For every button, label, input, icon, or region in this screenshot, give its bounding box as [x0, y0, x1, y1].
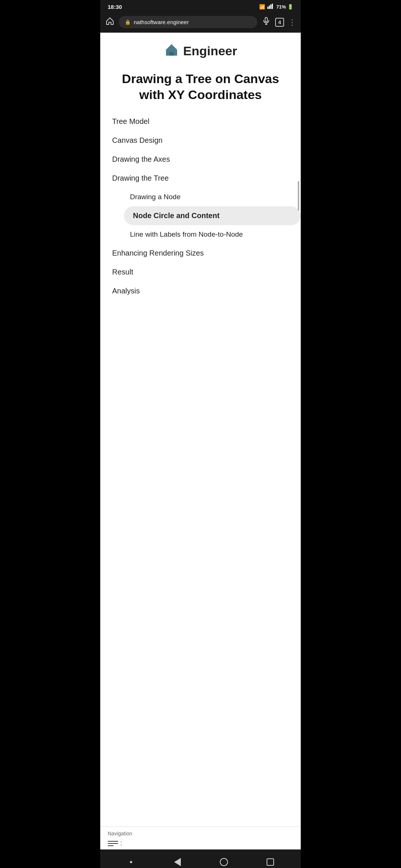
nav-menu-button[interactable]: :: [108, 839, 293, 847]
toc-item-drawing-node[interactable]: Drawing a Node: [112, 188, 289, 206]
toc-item-line-labels[interactable]: Line with Labels from Node-to-Node: [112, 225, 289, 244]
nav-label: Navigation: [108, 831, 293, 836]
toc-item-canvas-design[interactable]: Canvas Design: [112, 131, 289, 150]
svg-rect-3: [272, 4, 273, 9]
status-bar: 18:30 📶 71% 🔋: [100, 0, 301, 13]
lock-icon: 🔒: [125, 19, 131, 25]
toc-item-result[interactable]: Result: [112, 263, 289, 282]
back-button[interactable]: [124, 855, 138, 868]
hamburger-icon: [108, 841, 118, 846]
nav-bar: Navigation :: [100, 826, 301, 849]
toc-item-drawing-axes[interactable]: Drawing the Axes: [112, 150, 289, 169]
toc-item-tree-model[interactable]: Tree Model: [112, 112, 289, 131]
article-title: Drawing a Tree on Canvas with XY Coordin…: [100, 60, 301, 106]
recents-square-icon: [267, 858, 274, 866]
toc-list: Tree Model Canvas Design Drawing the Axe…: [100, 106, 301, 306]
toc-item-drawing-tree[interactable]: Drawing the Tree: [112, 169, 289, 188]
site-logo-icon: [164, 42, 179, 60]
svg-rect-4: [265, 17, 267, 22]
time: 18:30: [108, 4, 122, 10]
svg-rect-2: [270, 4, 271, 9]
toc-item-analysis[interactable]: Analysis: [112, 282, 289, 300]
home-circle-icon: [220, 858, 228, 866]
home-button[interactable]: [105, 17, 114, 28]
battery-indicator: 71% 🔋: [276, 4, 293, 10]
toc-item-enhancing[interactable]: Enhancing Rendering Sizes: [112, 244, 289, 263]
url-text: nathsoftware.engineer: [134, 19, 189, 25]
svg-rect-1: [269, 6, 270, 9]
signal-icon: [267, 4, 274, 10]
browser-chrome: 🔒 nathsoftware.engineer 4 ⋮: [100, 13, 301, 33]
nav-dots: :: [120, 839, 122, 847]
site-header: Engineer: [100, 33, 301, 60]
recents-button[interactable]: [263, 855, 278, 868]
bottom-nav: [100, 849, 301, 868]
status-icons: 📶 71% 🔋: [259, 4, 293, 10]
toc-item-node-circle[interactable]: Node Circle and Content: [124, 206, 301, 225]
tabs-button[interactable]: 4: [275, 18, 284, 27]
home-circle-button[interactable]: [216, 855, 231, 868]
wifi-icon: 📶: [259, 4, 265, 10]
svg-rect-7: [169, 52, 174, 56]
site-title: Engineer: [183, 44, 237, 58]
svg-rect-0: [267, 7, 268, 9]
back-triangle-icon: [174, 858, 181, 866]
back-arrow-button[interactable]: [170, 855, 185, 868]
microphone-button[interactable]: [262, 17, 271, 28]
more-button[interactable]: ⋮: [288, 18, 296, 27]
recent-dot-icon: [130, 861, 132, 863]
page-content: Engineer Drawing a Tree on Canvas with X…: [100, 33, 301, 826]
scrollbar[interactable]: [298, 181, 299, 211]
address-bar[interactable]: 🔒 nathsoftware.engineer: [119, 16, 257, 28]
